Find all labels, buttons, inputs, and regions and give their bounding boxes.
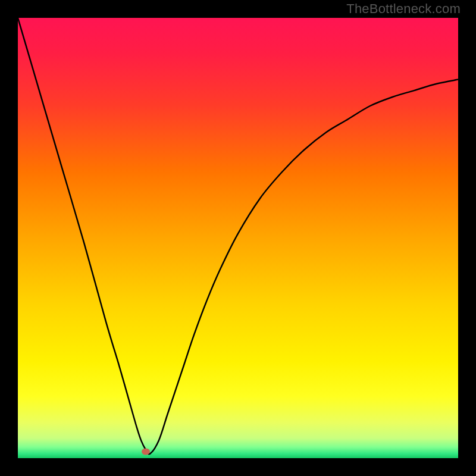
- plot-area: [18, 18, 458, 458]
- watermark-text: TheBottleneck.com: [346, 1, 461, 17]
- bottleneck-curve: [18, 18, 458, 458]
- chart-frame: TheBottleneck.com: [0, 0, 476, 476]
- minimum-marker: [142, 448, 150, 455]
